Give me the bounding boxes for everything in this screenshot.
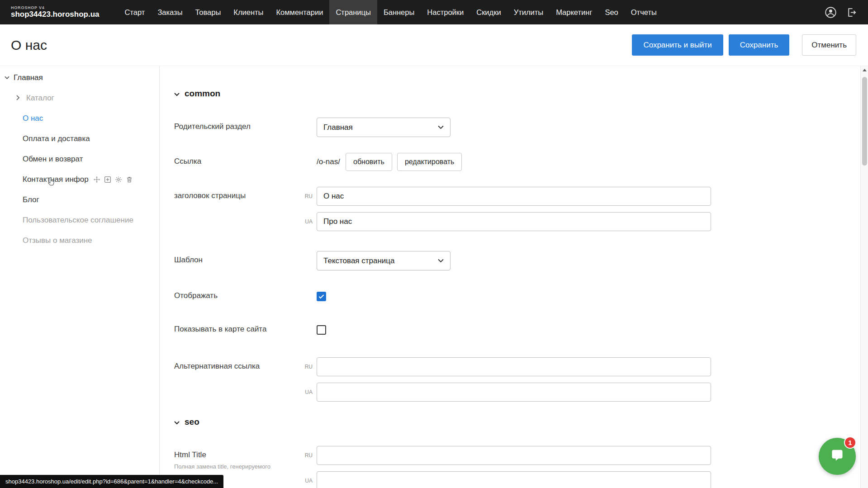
link-path: /o-nas/ (317, 157, 340, 166)
tree-item-label: Отзывы о магазине (23, 236, 92, 245)
chevron-down-icon (438, 259, 444, 263)
tree-item-user-agreement[interactable]: Пользовательское соглашение (0, 210, 159, 230)
nav-item-seo[interactable]: Seo (598, 0, 624, 24)
nav-item-banners[interactable]: Баннеры (377, 0, 421, 24)
tree-item-blog[interactable]: Блог (0, 190, 159, 210)
content: Главная Каталог О нас Оплата и доставка … (0, 66, 868, 488)
link-update-button[interactable]: обновить (346, 153, 392, 171)
page-heading-ua-input[interactable] (317, 212, 711, 231)
nav-item-reports[interactable]: Отчеты (625, 0, 663, 24)
chat-launcher-button[interactable]: 1 (819, 438, 856, 475)
template-select[interactable]: Текстовая страница (317, 251, 451, 270)
chevron-right-icon[interactable] (16, 95, 20, 100)
main-nav: Старт Заказы Товары Клиенты Комментарии … (119, 0, 663, 24)
link-row: Ссылка /o-nas/ обновить редактировать (174, 152, 868, 171)
chevron-down-icon (174, 417, 180, 427)
logout-icon[interactable] (846, 7, 857, 18)
html-title-ru-input[interactable] (317, 446, 711, 465)
scroll-up-arrow[interactable] (861, 66, 868, 74)
link-edit-button[interactable]: редактировать (397, 153, 462, 171)
nav-item-settings[interactable]: Настройки (421, 0, 470, 24)
html-title-ua-input[interactable] (317, 471, 711, 488)
tree-item-about[interactable]: О нас (0, 108, 159, 128)
lang-tag-ua: UA (300, 389, 313, 395)
status-url-bar: shop34423.horoshop.ua/edit/edit.php?id=6… (0, 475, 223, 488)
select-value: Текстовая страница (323, 256, 395, 265)
lang-tag-ru: RU (300, 452, 313, 459)
nav-item-utilities[interactable]: Утилиты (508, 0, 550, 24)
nav-item-start[interactable]: Старт (119, 0, 152, 24)
lang-tag-ru: RU (300, 193, 313, 199)
brand-domain: shop34423.horoshop.ua (11, 10, 100, 19)
alt-link-ru-input[interactable] (317, 357, 711, 376)
add-page-icon[interactable] (104, 176, 111, 183)
pages-tree-sidebar: Главная Каталог О нас Оплата и доставка … (0, 66, 160, 488)
nav-item-comments[interactable]: Комментарии (270, 0, 329, 24)
display-checkbox[interactable] (317, 292, 326, 301)
section-title: seo (185, 417, 199, 427)
tree-item-store-reviews[interactable]: Отзывы о магазине (0, 230, 159, 251)
chevron-down-icon (438, 125, 444, 129)
template-label: Шаблон (174, 251, 317, 270)
parent-section-select[interactable]: Главная (317, 118, 451, 137)
html-title-hint: Полная замена title, генерируемого (174, 463, 317, 471)
chat-unread-badge: 1 (844, 436, 856, 449)
vertical-scrollbar[interactable] (860, 66, 868, 488)
tree-item-contact-info[interactable]: Контактная инфор (0, 169, 159, 190)
section-title: common (185, 89, 220, 99)
alt-link-ua-input[interactable] (317, 383, 711, 402)
display-label: Отображать (174, 290, 317, 304)
account-icon[interactable] (825, 6, 837, 19)
lang-tag-ua: UA (300, 218, 313, 225)
chevron-down-icon (174, 89, 180, 99)
nav-item-discounts[interactable]: Скидки (470, 0, 507, 24)
mouse-cursor-hand (46, 176, 56, 189)
select-value: Главная (323, 123, 353, 132)
drag-move-icon[interactable] (93, 176, 100, 183)
tree-item-label: Блог (23, 195, 39, 204)
tree-item-exchange-return[interactable]: Обмен и возврат (0, 149, 159, 169)
sitemap-checkbox[interactable] (317, 325, 326, 335)
template-row: Шаблон Текстовая страница (174, 251, 868, 270)
scrollbar-thumb[interactable] (862, 77, 867, 166)
settings-icon[interactable] (115, 176, 122, 183)
page-heading-row: заголовок страницы RU UA (174, 187, 868, 231)
tree-item-payment-delivery[interactable]: Оплата и доставка (0, 128, 159, 149)
tree-item-label: Каталог (26, 94, 54, 103)
page-heading-label: заголовок страницы (174, 187, 317, 231)
delete-icon[interactable] (126, 176, 133, 183)
nav-item-orders[interactable]: Заказы (151, 0, 189, 24)
nav-item-pages[interactable]: Страницы (329, 0, 377, 24)
page-title: О нас (11, 38, 47, 53)
html-title-label-text: Html Title (174, 450, 317, 460)
alt-link-label: Альтернативная ссылка (174, 357, 317, 402)
section-common[interactable]: common (174, 89, 868, 99)
brand[interactable]: HOROSHOP V4 shop34423.horoshop.ua (11, 6, 100, 18)
save-and-exit-button[interactable]: Сохранить и выйти (632, 34, 723, 56)
nav-item-clients[interactable]: Клиенты (227, 0, 270, 24)
nav-item-marketing[interactable]: Маркетинг (550, 0, 598, 24)
sitemap-row: Показывать в карте сайта (174, 324, 868, 337)
save-button[interactable]: Сохранить (729, 34, 789, 56)
display-row: Отображать (174, 290, 868, 304)
chevron-down-icon[interactable] (5, 76, 9, 80)
page-edit-form: common Родительский раздел Главная Ссылк… (160, 66, 868, 488)
header-buttons: Сохранить и выйти Сохранить Отменить (632, 34, 856, 56)
parent-section-label: Родительский раздел (174, 118, 317, 137)
sitemap-label: Показывать в карте сайта (174, 324, 317, 337)
lang-tag-ru: RU (300, 364, 313, 370)
link-label: Ссылка (174, 152, 317, 171)
page-header: О нас Сохранить и выйти Сохранить Отмени… (0, 24, 868, 66)
nav-item-products[interactable]: Товары (189, 0, 228, 24)
tree-item-label: Главная (14, 73, 43, 82)
tree-item-label: Обмен и возврат (23, 155, 83, 164)
cancel-button[interactable]: Отменить (802, 34, 856, 56)
tree-item-root[interactable]: Главная (0, 68, 159, 88)
alt-link-row: Альтернативная ссылка RU UA (174, 357, 868, 402)
lang-tag-ua: UA (300, 478, 313, 484)
page-heading-ru-input[interactable] (317, 187, 711, 206)
tree-item-catalog[interactable]: Каталог (0, 88, 159, 108)
tree-item-label: Оплата и доставка (23, 134, 90, 143)
topbar: HOROSHOP V4 shop34423.horoshop.ua Старт … (0, 0, 868, 24)
section-seo[interactable]: seo (174, 417, 868, 427)
